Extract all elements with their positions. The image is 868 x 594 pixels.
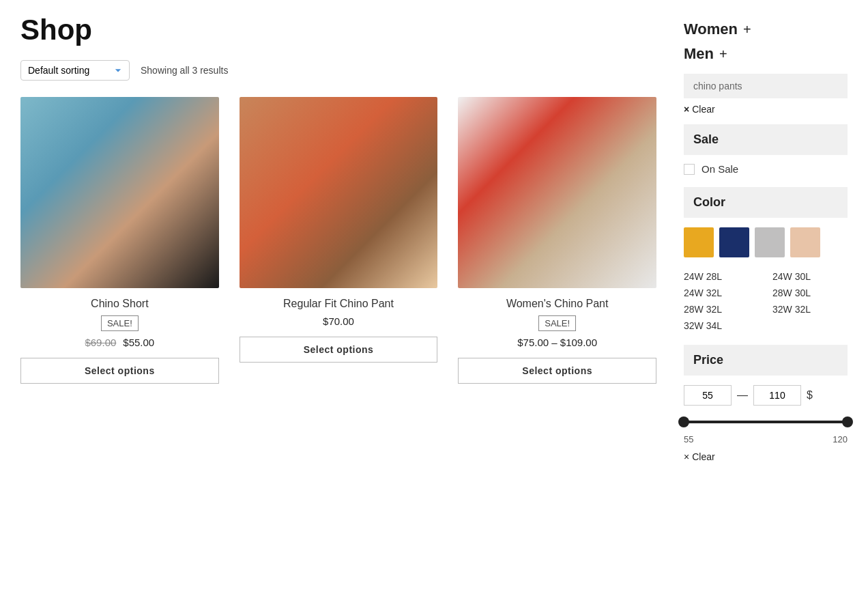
sale-badge-womens-chino: SALE! [538, 315, 576, 331]
sale-badge-chino-short: SALE! [101, 315, 139, 331]
price-sale-chino-short: $55.00 [123, 337, 154, 348]
products-grid: Chino Short SALE! $69.00 $55.00 Select o… [20, 97, 656, 384]
sidebar-category-women[interactable]: Women + [684, 20, 848, 38]
size-item-24w28l[interactable]: 24W 28L [684, 271, 759, 282]
product-name-regular-fit: Regular Fit Chino Pant [283, 298, 394, 310]
sidebar-category-men[interactable]: Men + [684, 45, 848, 63]
search-tag: chino pants [684, 74, 848, 98]
price-original-chino-short: $69.00 [85, 337, 116, 348]
price-range-max-label: 120 [833, 434, 848, 444]
results-count: Showing all 3 results [141, 65, 228, 76]
price-range-min-label: 55 [684, 434, 693, 444]
price-wrapper-regular-fit: $70.00 [323, 315, 354, 327]
clear-price-label: Clear [692, 451, 714, 462]
plus-icon-men: + [719, 46, 727, 62]
product-image-regular-fit [240, 97, 438, 288]
price-slider[interactable] [684, 415, 848, 429]
select-options-button-regular-fit[interactable]: Select options [240, 337, 438, 363]
price-inputs: — $ [684, 385, 848, 406]
sale-section-header: Sale [684, 124, 848, 155]
color-swatch-peach[interactable] [790, 227, 820, 257]
price-wrapper-chino-short: $69.00 $55.00 [85, 337, 154, 348]
product-card-womens-chino: Women's Chino Pant SALE! $75.00 – $109.0… [458, 97, 656, 384]
product-card-regular-fit: Regular Fit Chino Pant $70.00 Select opt… [240, 97, 438, 384]
price-range-womens-chino: $75.00 – $109.00 [517, 337, 597, 348]
product-image-womens-chino [458, 97, 656, 288]
sidebar-category-men-label: Men [684, 45, 714, 63]
on-sale-label: On Sale [701, 163, 738, 175]
price-range-labels: 55 120 [684, 434, 848, 444]
main-content: Shop Default sorting Showing all 3 resul… [20, 14, 656, 462]
size-item-28w32l[interactable]: 28W 32L [684, 304, 759, 315]
color-section-header: Color [684, 187, 848, 218]
sort-select[interactable]: Default sorting [20, 60, 130, 81]
on-sale-checkbox[interactable] [684, 164, 695, 175]
color-swatch-navy[interactable] [719, 227, 749, 257]
clear-price-filter-button[interactable]: × Clear [684, 451, 848, 462]
plus-icon-women: + [743, 22, 751, 38]
size-item-24w32l[interactable]: 24W 32L [684, 287, 759, 298]
x-icon-clear-price: × [684, 451, 689, 462]
product-image-chino-short [20, 97, 219, 288]
select-options-button-chino-short[interactable]: Select options [20, 358, 219, 384]
price-slider-thumb-min[interactable] [678, 416, 689, 427]
price-slider-thumb-max[interactable] [842, 416, 853, 427]
size-item-32w32l[interactable]: 32W 32L [772, 304, 848, 315]
price-dash: — [737, 389, 748, 401]
sidebar: Women + Men + chino pants × Clear Sale O… [684, 14, 848, 462]
color-swatch-light-gray[interactable] [755, 227, 785, 257]
price-slider-fill [684, 421, 848, 423]
sidebar-category-women-label: Women [684, 20, 738, 38]
on-sale-row[interactable]: On Sale [684, 163, 848, 175]
clear-filter-label: Clear [692, 104, 714, 115]
size-item-24w30l[interactable]: 24W 30L [772, 271, 848, 282]
page-title: Shop [20, 14, 656, 46]
price-min-input[interactable] [684, 385, 732, 406]
toolbar: Default sorting Showing all 3 results [20, 60, 656, 81]
product-card-chino-short: Chino Short SALE! $69.00 $55.00 Select o… [20, 97, 219, 384]
size-item-32w34l[interactable]: 32W 34L [684, 320, 759, 331]
price-regular-fit: $70.00 [323, 315, 354, 327]
price-currency: $ [807, 389, 813, 401]
product-name-womens-chino: Women's Chino Pant [506, 298, 609, 310]
search-tag-text: chino pants [693, 81, 742, 91]
size-grid: 24W 28L 24W 30L 24W 32L 28W 30L 28W 32L … [684, 271, 848, 331]
clear-filter-button[interactable]: × Clear [684, 104, 848, 115]
price-section-header: Price [684, 345, 848, 376]
product-name-chino-short: Chino Short [91, 298, 149, 310]
select-options-button-womens-chino[interactable]: Select options [458, 358, 656, 384]
x-icon-clear: × [684, 104, 689, 115]
price-wrapper-womens-chino: $75.00 – $109.00 [517, 337, 597, 348]
size-item-28w30l[interactable]: 28W 30L [772, 287, 848, 298]
color-swatch-yellow[interactable] [684, 227, 714, 257]
price-max-input[interactable] [753, 385, 801, 406]
color-swatches [684, 227, 848, 257]
